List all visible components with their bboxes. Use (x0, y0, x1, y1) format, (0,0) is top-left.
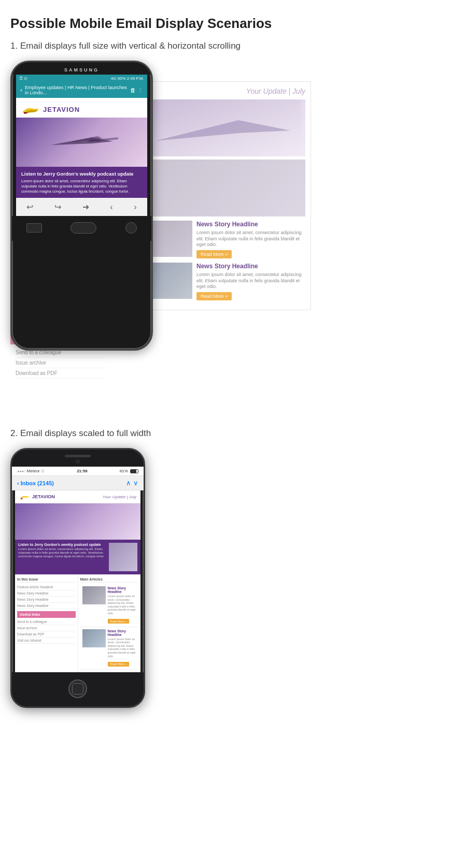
status-info: 4G 90% 2:49 P.M. (111, 76, 144, 81)
iphone-read-more-1[interactable]: Read More » (108, 619, 130, 624)
read-more-1[interactable]: Read More » (196, 250, 232, 258)
iphone-wrapper: ●●●○ Meteor ⊙ 21:58 81% ‹ Inbox (2145) (10, 448, 441, 708)
read-more-2[interactable]: Read More » (196, 292, 232, 300)
iphone-time: 21:58 (77, 469, 87, 473)
iphone-purple-box: Listen to Jerry Gordon's weekly podcast … (15, 540, 140, 574)
iphone-useful-4: Visit our intranet (17, 638, 76, 644)
news-story-1: News Story Headline Lorem ipsum dolor si… (140, 221, 305, 258)
podcast-headline: Listen to Jerry Gordon's weekly podcast … (21, 171, 142, 177)
iphone-plane-img (15, 503, 140, 540)
iphone-update-text: Your Update | July (103, 495, 136, 499)
iphone-news-link-2: News Story Headline (17, 597, 76, 603)
nav-next-icon[interactable]: › (134, 202, 136, 212)
iphone-two-col: In this Issue Feature Article Headline N… (15, 574, 140, 672)
iphone-person-thumb (109, 543, 137, 571)
podcast-body: Lorem ipsum dolor sit amet, consectetur … (21, 179, 142, 194)
iphone-camera-icon (76, 459, 80, 464)
iphone-col-left: In this Issue Feature Article Headline N… (15, 575, 78, 672)
purple-content-box: Listen to Jerry Gordon's weekly podcast … (16, 167, 147, 198)
iphone-podcast-headline: Listen to Jerry Gordon's weekly podcast … (18, 543, 107, 546)
iphone-bird-icon (19, 494, 31, 500)
iphone-email-header: JETAVION Your Update | July (15, 490, 140, 503)
iphone-status-bar: ●●●○ Meteor ⊙ 21:58 81% (12, 467, 144, 476)
iphone-col-right: Main Articles News Story Headline Lorem … (78, 575, 141, 672)
news-story-2: News Story Headline Lorem ipsum dolor si… (140, 263, 305, 300)
samsung-status-bar: ☰ ⊙ 4G 90% 2:49 P.M. (16, 75, 147, 82)
iphone-jetavion-text: JETAVION (32, 494, 55, 499)
email-subject: Employee updates | HR News | Product lau… (25, 85, 128, 95)
iphone-podcast-body: Lorem ipsum dolor sit amet, consectetur … (18, 547, 107, 559)
iphone-useful-links-header: Useful links (17, 611, 76, 618)
news-text-1: News Story Headline Lorem ipsum dolor si… (196, 221, 305, 258)
iphone-useful-2: Issue archive (17, 625, 76, 631)
jetavion-bird-icon (21, 104, 40, 114)
nav-share-icon[interactable]: ➜ (82, 202, 89, 212)
samsung-email-header: ‹ Employee updates | HR News | Product l… (16, 82, 147, 98)
section1-title: 1. Email displays full size with vertica… (10, 41, 441, 51)
iphone-carrier: ●●●○ Meteor ⊙ (17, 469, 45, 473)
iphone-nav-arrows: ∧ ∨ (126, 479, 138, 487)
status-icons: ☰ ⊙ (19, 76, 27, 81)
news-headline-1: News Story Headline (196, 221, 305, 228)
news-body-2: Lorem ipsum dolor sit amet, consectetur … (196, 272, 305, 290)
iphone-bottom-bar (12, 672, 144, 706)
iphone-email-nav: ‹ Inbox (2145) ∧ ∨ (12, 476, 144, 490)
iphone-purple-text: Listen to Jerry Gordon's weekly podcast … (18, 543, 107, 571)
samsung-btn-home[interactable] (71, 222, 96, 234)
iphone-news-text-1: News Story Headline Lorem ipsum dolor si… (108, 586, 137, 625)
page-title: Possible Mobile Email Display Scenarios (10, 16, 441, 32)
iphone-speaker (65, 455, 91, 457)
sidebar-link-3: Download as PDF (16, 368, 106, 379)
iphone-news-thumb-1 (82, 586, 106, 604)
jetavion-logo-area: JETAVION (16, 98, 147, 118)
iphone-battery: 81% (120, 469, 138, 473)
news-body-1: Lorem ipsum dolor sit amet, consectetur … (196, 230, 305, 248)
iphone-feature-article: Feature Article Headline (17, 584, 76, 590)
sidebar-link-2: Issue archive (16, 358, 106, 368)
iphone-main-articles: Main Articles (80, 577, 139, 583)
iphone-news-thumb-2 (82, 629, 106, 647)
iphone-news-row-1: News Story Headline Lorem ipsum dolor si… (80, 584, 139, 627)
email-preview-people-img (140, 160, 305, 216)
samsung-bottom-bar (12, 216, 151, 241)
iphone-in-this-issue: In this Issue (17, 577, 76, 583)
iphone-news-body-2: Lorem ipsum dolor sit amet, consectetur … (108, 638, 137, 658)
section2-title: 2. Email displays scaled to full width (10, 428, 441, 439)
nav-forward-icon[interactable]: ↪ (54, 202, 61, 212)
iphone-top-bar (12, 450, 144, 467)
samsung-nav-bar: ↩ ↪ ➜ ‹ › (16, 198, 147, 216)
samsung-phone: SAMSUNG ☰ ⊙ 4G 90% 2:49 P.M. ‹ Employee … (10, 61, 153, 351)
iphone-news-row-2: News Story Headline Lorem ipsum dolor si… (80, 627, 139, 670)
email-preview-plane-img (140, 99, 305, 156)
nav-prev-icon[interactable]: ‹ (110, 202, 112, 212)
email-preview-background: Your Update | July (135, 81, 311, 310)
iphone-useful-1: Send to a colleague (17, 619, 76, 625)
iphone-news-headline-2: News Story Headline (108, 629, 137, 636)
iphone-jetavion-logo: JETAVION (19, 494, 55, 500)
samsung-screen: ☰ ⊙ 4G 90% 2:49 P.M. ‹ Employee updates … (16, 75, 147, 216)
samsung-brand: SAMSUNG (12, 62, 151, 75)
plane-image-samsung (16, 118, 147, 167)
iphone-screen-content: JETAVION Your Update | July Listen to Je… (15, 490, 140, 672)
preview-plane-icon (140, 99, 305, 156)
iphone-home-button[interactable] (68, 679, 87, 698)
back-arrow-icon[interactable]: ‹ (20, 86, 22, 94)
jetavion-text: JETAVION (43, 106, 80, 113)
iphone-news-link-1: News Story Headline (17, 590, 76, 597)
iphone-news-body-1: Lorem ipsum dolor sit amet, consectetur … (108, 595, 137, 615)
nav-back-icon[interactable]: ↩ (26, 202, 33, 212)
samsung-btn-right[interactable] (125, 222, 137, 234)
samsung-btn-left[interactable] (26, 223, 42, 233)
news-text-2: News Story Headline Lorem ipsum dolor si… (196, 263, 305, 300)
iphone-useful-3: Download as PDF (17, 631, 76, 638)
iphone-inbox-label[interactable]: ‹ Inbox (2145) (17, 480, 54, 486)
email-preview-header: Your Update | July (140, 87, 305, 95)
iphone-news-headline-1: News Story Headline (108, 586, 137, 594)
section1: 1. Email displays full size with vertica… (10, 41, 441, 397)
email-actions: 🗑 ⋮ (130, 87, 143, 94)
iphone-read-more-2[interactable]: Read More » (108, 662, 130, 667)
svg-rect-0 (90, 139, 100, 141)
section2: 2. Email displays scaled to full width ●… (10, 428, 441, 708)
iphone-news-text-2: News Story Headline Lorem ipsum dolor si… (108, 629, 137, 668)
iphone-phone: ●●●○ Meteor ⊙ 21:58 81% ‹ Inbox (2145) (10, 448, 145, 708)
